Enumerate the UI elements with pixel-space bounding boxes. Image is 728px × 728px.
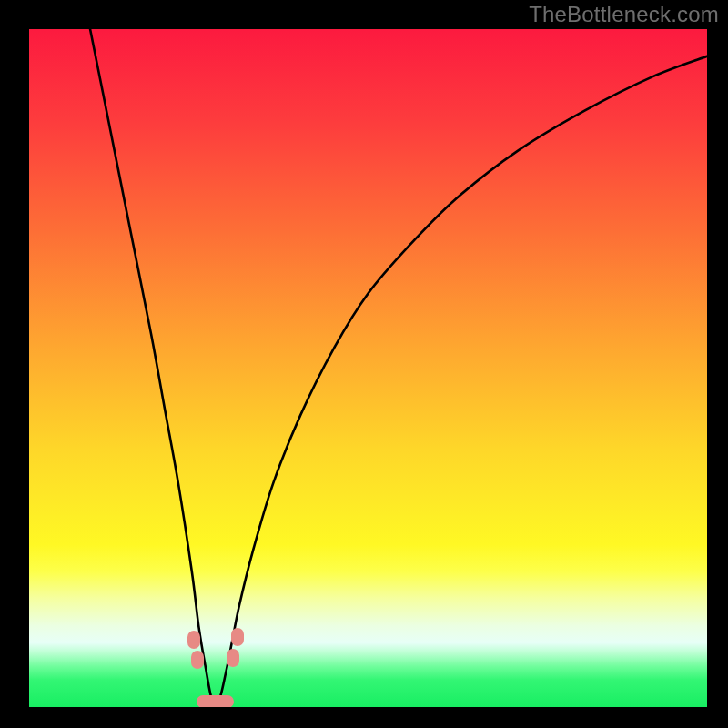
left-dot-lower — [191, 651, 204, 669]
watermark-text: TheBottleneck.com — [529, 2, 719, 27]
bottom-bar — [197, 695, 234, 707]
right-dot-upper — [231, 628, 244, 646]
left-dot-upper — [187, 631, 200, 649]
right-dot-lower — [227, 649, 239, 667]
plot-area — [29, 29, 707, 707]
bottleneck-curve — [29, 29, 707, 707]
